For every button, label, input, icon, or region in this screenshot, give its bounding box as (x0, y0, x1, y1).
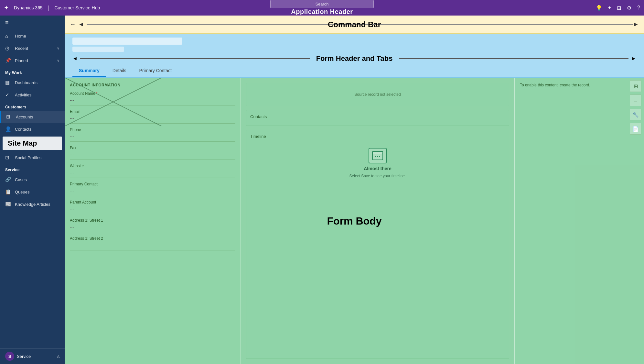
sidebar-item-dashboards[interactable]: ▦ Dashboards (0, 76, 65, 89)
email-value[interactable]: --- (70, 115, 235, 124)
timeline-card-header: Timeline (250, 134, 505, 139)
source-record-card: Source record not selected (246, 83, 509, 106)
account-info-title: ACCOUNT INFORMATION (70, 83, 235, 87)
contacts-card: Contacts (246, 110, 509, 126)
address1-street2-label: Address 1: Street 2 (70, 236, 235, 241)
add-icon[interactable]: + (608, 5, 611, 11)
timeline-card: Timeline Almost there (246, 130, 509, 359)
address1-street1-value[interactable]: --- (70, 223, 235, 232)
right-icon-box[interactable]: □ (630, 94, 641, 106)
contacts-icon: 👤 (5, 126, 12, 132)
app-header-label: Application Header (291, 8, 353, 16)
tab-primary-contact[interactable]: Primary Contact (133, 65, 178, 77)
user-avatar: S (5, 352, 14, 361)
form-header-arrow-right: ► (631, 56, 636, 61)
activities-icon: ✓ (5, 92, 12, 98)
sidebar-item-activities-label: Activities (15, 93, 31, 97)
parent-account-value[interactable]: --- (70, 205, 235, 214)
lightbulb-icon[interactable]: 💡 (596, 5, 602, 11)
form-header-title-placeholder (72, 38, 182, 45)
email-label: Email (70, 109, 235, 114)
sidebar-item-dashboards-label: Dashboards (15, 80, 38, 85)
knowledge-articles-icon: 📰 (5, 201, 12, 207)
sidebar-bottom[interactable]: S Service △ (0, 348, 65, 364)
sidebar-item-contacts[interactable]: 👤 Contacts (0, 123, 65, 135)
sidebar-toggle[interactable]: ≡ (0, 16, 65, 30)
app-header: ✦ Dynamics 365 | Customer Service Hub Se… (0, 0, 644, 16)
phone-label: Phone (70, 127, 235, 132)
accounts-icon: ⊞ (6, 114, 13, 120)
tab-details[interactable]: Details (106, 65, 133, 77)
help-icon[interactable]: ? (637, 5, 640, 11)
primary-contact-value[interactable]: --- (70, 187, 235, 196)
form-tabs: Summary Details Primary Contact (72, 65, 636, 77)
sidebar-item-social-profiles[interactable]: ⊡ Social Profiles (0, 151, 65, 164)
dynamics-logo: ✦ (4, 4, 9, 11)
sidebar-item-knowledge-articles-label: Knowledge Articles (15, 202, 50, 207)
form-header-line (80, 58, 310, 59)
form-middle-column: Source record not selected Contacts Time… (241, 78, 515, 364)
sidebar-item-activities[interactable]: ✓ Activities (0, 89, 65, 101)
settings-icon[interactable]: ⚙ (627, 5, 631, 11)
header-separator: | (48, 5, 49, 11)
sidebar-item-recent[interactable]: ◷ Recent ∨ (0, 42, 65, 54)
back-button[interactable]: ← (70, 21, 76, 28)
form-right-column: To enable this content, create the recor… (515, 78, 644, 364)
website-value[interactable]: --- (70, 169, 235, 178)
address1-street1-label: Address 1: Street 1 (70, 218, 235, 223)
tab-summary[interactable]: Summary (72, 65, 106, 77)
section-my-work: My Work (0, 67, 65, 76)
fax-value[interactable]: --- (70, 151, 235, 160)
primary-contact-label: Primary Contact (70, 182, 235, 186)
sidebar-item-accounts-label: Accounts (16, 115, 33, 119)
right-col-action-icons: ⊞ □ 🔧 📄 (630, 80, 641, 135)
home-icon: ⌂ (5, 33, 12, 39)
sidebar-bottom-label: Service (17, 354, 31, 359)
address1-street2-value[interactable] (70, 241, 235, 250)
header-center-block: Search Application Header (270, 0, 374, 16)
svg-point-5 (375, 156, 376, 157)
sidebar-item-queues[interactable]: 📋 Queues (0, 186, 65, 198)
right-icon-wrench[interactable]: 🔧 (630, 109, 641, 120)
dashboard-icon: ▦ (5, 80, 12, 85)
right-icon-grid[interactable]: ⊞ (630, 80, 641, 92)
form-body: Form Body ACCOUNT INFORMATION Account Na… (65, 78, 644, 364)
form-header-sub-placeholder (72, 47, 124, 52)
command-bar-arrow-right: ► (633, 21, 639, 28)
form-header-line-right (399, 58, 628, 59)
account-name-label: Account Name (70, 91, 235, 96)
command-bar-label: Command Bar (328, 20, 381, 29)
queues-icon: 📋 (5, 189, 12, 195)
dynamics-title: Dynamics 365 (14, 5, 43, 10)
app-name: Customer Service Hub (54, 5, 100, 10)
sidebar-item-contacts-label: Contacts (15, 127, 31, 132)
sidebar-expand-icon[interactable]: △ (57, 354, 59, 358)
sidebar-item-cases[interactable]: 🔗 Cases (0, 173, 65, 186)
form-header: ◄ Form Header and Tabs ► Summary Details… (65, 34, 644, 78)
sidebar-item-home[interactable]: ⌂ Home (0, 30, 65, 42)
sidebar-item-queues-label: Queues (15, 190, 30, 194)
sidebar-item-cases-label: Cases (15, 177, 27, 182)
command-bar-arrow-left: ◄ (78, 21, 84, 28)
search-input[interactable]: Search (270, 0, 374, 8)
timeline-almost-there-label: Almost there (364, 166, 392, 171)
main-layout: ≡ ⌂ Home ◷ Recent ∨ 📌 Pinned ∨ My Work ▦… (0, 16, 644, 364)
filter-icon[interactable]: ⊞ (617, 5, 621, 11)
sidebar-item-recent-label: Recent (15, 46, 28, 51)
sidebar: ≡ ⌂ Home ◷ Recent ∨ 📌 Pinned ∨ My Work ▦… (0, 16, 65, 364)
main-content: ← ◄ Command Bar ► ◄ Form Header and Tabs… (65, 16, 644, 364)
sidebar-item-knowledge-articles[interactable]: 📰 Knowledge Articles (0, 198, 65, 210)
phone-value[interactable]: --- (70, 133, 235, 142)
right-icon-document[interactable]: 📄 (630, 123, 641, 135)
contacts-card-header: Contacts (250, 114, 505, 119)
cases-icon: 🔗 (5, 177, 12, 182)
sidebar-item-pinned[interactable]: 📌 Pinned ∨ (0, 54, 65, 67)
source-record-empty-msg: Source record not selected (250, 87, 505, 102)
recent-icon: ◷ (5, 45, 12, 51)
sidebar-item-accounts[interactable]: ⊞ Accounts (0, 111, 65, 123)
svg-rect-3 (372, 151, 383, 154)
parent-account-label: Parent Account (70, 200, 235, 204)
account-info-section: ACCOUNT INFORMATION Account Name --- Ema… (65, 78, 241, 364)
section-service: Service (0, 164, 65, 173)
account-name-value[interactable]: --- (70, 96, 235, 105)
